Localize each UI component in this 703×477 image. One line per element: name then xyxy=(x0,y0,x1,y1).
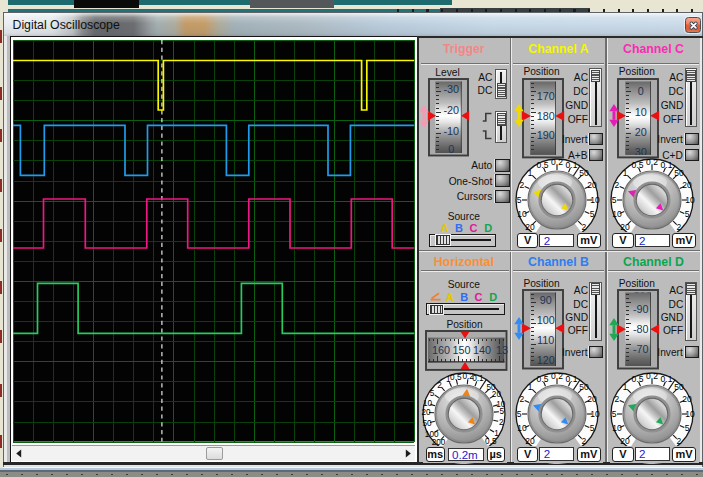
svg-text:-10: -10 xyxy=(443,125,459,137)
svg-text:2: 2 xyxy=(614,394,619,404)
svg-text:10: 10 xyxy=(685,408,695,418)
svg-text:0.1: 0.1 xyxy=(565,160,577,170)
svg-text:20: 20 xyxy=(587,180,597,190)
svg-text:10: 10 xyxy=(590,195,600,205)
svg-text:10: 10 xyxy=(423,400,433,409)
svg-text:2: 2 xyxy=(614,180,619,190)
svg-text:0.5: 0.5 xyxy=(536,373,548,383)
svg-text:2: 2 xyxy=(499,418,504,427)
svg-text:0.1: 0.1 xyxy=(565,373,577,383)
svg-text:10: 10 xyxy=(517,423,527,433)
svg-text:-20: -20 xyxy=(443,104,459,116)
svg-text:0.1: 0.1 xyxy=(660,373,672,383)
svg-text:150: 150 xyxy=(452,344,470,356)
svg-text:0.5: 0.5 xyxy=(536,160,548,170)
svg-text:20: 20 xyxy=(682,180,692,190)
svg-text:10: 10 xyxy=(517,209,527,219)
svg-text:2: 2 xyxy=(676,435,681,445)
svg-text:5: 5 xyxy=(516,408,521,418)
svg-text:1: 1 xyxy=(623,168,628,178)
svg-text:100: 100 xyxy=(425,430,439,439)
svg-text:2: 2 xyxy=(581,222,586,232)
svg-text:20: 20 xyxy=(525,435,535,445)
svg-text:50: 50 xyxy=(423,419,433,428)
svg-text:13: 13 xyxy=(495,344,507,356)
svg-text:5: 5 xyxy=(516,195,521,205)
svg-text:1: 1 xyxy=(623,381,628,391)
svg-text:2: 2 xyxy=(519,394,524,404)
svg-text:20: 20 xyxy=(620,435,630,445)
svg-text:50: 50 xyxy=(674,168,684,178)
svg-text:140: 140 xyxy=(473,344,491,356)
svg-text:5: 5 xyxy=(589,423,594,433)
svg-text:5: 5 xyxy=(430,389,435,398)
svg-text:20: 20 xyxy=(525,222,535,232)
svg-text:0.1: 0.1 xyxy=(660,160,672,170)
svg-text:0.5: 0.5 xyxy=(631,373,643,383)
svg-text:50: 50 xyxy=(674,381,684,391)
svg-text:20: 20 xyxy=(492,390,502,399)
svg-text:5: 5 xyxy=(685,423,690,433)
svg-text:20: 20 xyxy=(421,408,431,417)
svg-text:2: 2 xyxy=(519,180,524,190)
svg-text:0.2: 0.2 xyxy=(551,370,563,380)
svg-text:0.2: 0.2 xyxy=(551,157,563,167)
svg-text:0.2: 0.2 xyxy=(646,370,658,380)
svg-text:50: 50 xyxy=(579,381,589,391)
svg-text:2: 2 xyxy=(581,435,586,445)
svg-text:5: 5 xyxy=(589,209,594,219)
svg-text:5: 5 xyxy=(500,408,505,417)
svg-text:5: 5 xyxy=(611,408,616,418)
svg-text:2: 2 xyxy=(437,381,442,390)
svg-text:0.1: 0.1 xyxy=(472,375,484,384)
svg-text:1: 1 xyxy=(527,381,532,391)
svg-text:10: 10 xyxy=(685,195,695,205)
svg-text:10: 10 xyxy=(612,423,622,433)
svg-text:20: 20 xyxy=(682,394,692,404)
svg-text:160: 160 xyxy=(432,344,450,356)
svg-text:5: 5 xyxy=(611,195,616,205)
svg-text:20: 20 xyxy=(587,394,597,404)
svg-text:10: 10 xyxy=(612,209,622,219)
svg-text:0.5: 0.5 xyxy=(450,373,462,382)
svg-text:20: 20 xyxy=(620,222,630,232)
svg-text:5: 5 xyxy=(685,209,690,219)
svg-text:1: 1 xyxy=(527,168,532,178)
svg-text:50: 50 xyxy=(579,168,589,178)
svg-text:10: 10 xyxy=(590,408,600,418)
svg-text:0.5: 0.5 xyxy=(631,160,643,170)
svg-text:2: 2 xyxy=(676,222,681,232)
svg-text:0.2: 0.2 xyxy=(646,157,658,167)
